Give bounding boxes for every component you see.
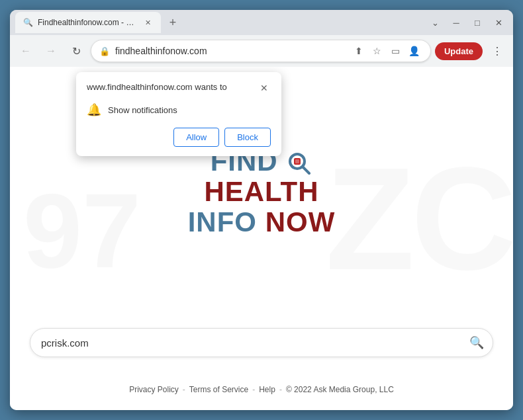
minimize-button[interactable]: ─: [447, 13, 465, 32]
terms-of-service-link[interactable]: Terms of Service: [189, 385, 248, 394]
logo-now: NOW: [265, 206, 336, 237]
favicon-icon: 🔍: [23, 18, 33, 27]
popup-close-button[interactable]: ✕: [258, 81, 271, 95]
allow-button[interactable]: Allow: [173, 128, 219, 147]
popup-actions: Allow Block: [87, 128, 271, 147]
privacy-policy-link[interactable]: Privacy Policy: [129, 385, 179, 394]
active-tab[interactable]: 🔍 Findhealthinfonow.com - What's ✕: [15, 12, 161, 33]
help-link[interactable]: Help: [259, 385, 275, 394]
left-watermark: 97: [23, 170, 141, 292]
sidebar-icon[interactable]: ▭: [388, 43, 404, 59]
browser-window: 🔍 Findhealthinfonow.com - What's ✕ + ⌄ ─…: [10, 10, 513, 410]
address-bar[interactable]: 🔒 findhealthinfonow.com ⬆ ☆ ▭ 👤: [91, 40, 431, 62]
bell-icon: 🔔: [87, 103, 101, 117]
block-button[interactable]: Block: [224, 128, 271, 147]
back-button[interactable]: ←: [15, 40, 36, 62]
logo-info: INFO: [188, 206, 257, 237]
svg-line-3: [303, 167, 309, 173]
footer-sep-1: -: [183, 385, 185, 394]
profile-icon[interactable]: 👤: [406, 43, 422, 59]
title-bar: 🔍 Findhealthinfonow.com - What's ✕ + ⌄ ─…: [10, 10, 513, 35]
chevron-button[interactable]: ⌄: [426, 13, 444, 32]
footer-links: Privacy Policy - Terms of Service - Help…: [10, 385, 513, 394]
page-content: 97 ZC www.findhealthinfonow.com wants to…: [10, 67, 513, 410]
forward-button[interactable]: →: [40, 40, 62, 62]
bg-watermark: ZC: [326, 136, 513, 303]
address-bar-icons: ⬆ ☆ ▭ 👤: [351, 43, 422, 59]
footer-sep-2: -: [252, 385, 255, 394]
search-wrapper: 🔍: [30, 328, 493, 357]
search-area: 🔍: [30, 328, 493, 357]
svg-rect-2: [295, 159, 299, 163]
bookmark-icon[interactable]: ☆: [369, 43, 385, 59]
footer-sep-3: -: [279, 385, 282, 394]
close-button[interactable]: ✕: [489, 13, 508, 32]
logo-text: FIND HEALTH INFO NOW: [188, 146, 336, 238]
tab-title: Findhealthinfonow.com - What's: [38, 18, 137, 27]
maximize-button[interactable]: □: [468, 13, 487, 32]
tab-favicon: 🔍: [23, 18, 32, 27]
permission-text: Show notifications: [108, 105, 177, 115]
logo-area: FIND HEALTH INFO NOW: [188, 146, 336, 238]
tab-strip: 🔍 Findhealthinfonow.com - What's ✕ +: [15, 12, 423, 33]
search-icon[interactable]: 🔍: [469, 335, 484, 350]
popup-title: www.findhealthinfonow.com wants to: [87, 81, 227, 93]
url-text: findhealthinfonow.com: [115, 46, 346, 56]
menu-button[interactable]: ⋮: [487, 40, 508, 62]
new-tab-button[interactable]: +: [164, 13, 182, 32]
nav-bar: ← → ↻ 🔒 findhealthinfonow.com ⬆ ☆ ▭ 👤 Up…: [10, 35, 513, 67]
tab-close-button[interactable]: ✕: [142, 17, 153, 28]
reload-button[interactable]: ↻: [66, 40, 87, 62]
search-input[interactable]: [30, 328, 493, 357]
lock-icon: 🔒: [99, 46, 110, 56]
update-button[interactable]: Update: [435, 42, 483, 60]
logo-health: HEALTH: [204, 176, 318, 207]
popup-header: www.findhealthinfonow.com wants to ✕: [87, 81, 271, 95]
share-icon[interactable]: ⬆: [351, 43, 367, 59]
magnifier-logo-icon: [287, 151, 311, 175]
notification-popup: www.findhealthinfonow.com wants to ✕ 🔔 S…: [76, 72, 281, 156]
copyright-text: © 2022 Ask Media Group, LLC: [286, 385, 394, 394]
window-controls: ⌄ ─ □ ✕: [426, 13, 508, 32]
popup-permission: 🔔 Show notifications: [87, 103, 271, 117]
